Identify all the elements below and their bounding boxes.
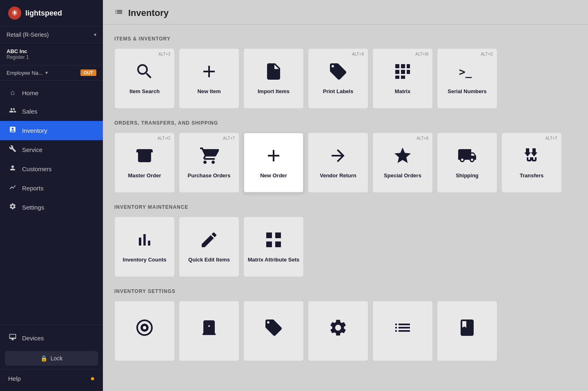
tile-item-search[interactable]: ALT+3 Item Search xyxy=(114,48,175,109)
sales-icon xyxy=(8,107,17,116)
lock-icon: 🔒 xyxy=(40,355,47,362)
svg-rect-8 xyxy=(401,76,405,79)
orders-transfers-grid: ALT+O Master Order ALT+7 Purchase Orders… xyxy=(114,132,577,193)
svg-rect-2 xyxy=(401,64,405,68)
tile-import-items[interactable]: Import Items xyxy=(243,48,304,109)
tile-matrix-attribute-sets[interactable]: Matrix Attribute Sets xyxy=(243,217,304,277)
svg-text:>_: >_ xyxy=(459,66,472,78)
tile-settings-target[interactable] xyxy=(114,301,175,361)
page-header: Inventory xyxy=(103,0,588,25)
orders-transfers-label: ORDERS, TRANSFERS, AND SHIPPING xyxy=(114,120,577,126)
svg-rect-6 xyxy=(407,70,410,74)
sidebar-item-service[interactable]: Service xyxy=(0,140,103,159)
tile-matrix[interactable]: ALT+M Matrix xyxy=(372,48,433,109)
svg-point-0 xyxy=(11,165,14,168)
tile-serial-numbers[interactable]: ALT+S >_ Serial Numbers xyxy=(437,48,497,109)
sidebar-item-home-label: Home xyxy=(22,89,38,96)
tile-import-items-label: Import Items xyxy=(254,88,293,95)
sidebar-item-sales-label: Sales xyxy=(22,108,38,115)
inventory-settings-grid xyxy=(114,301,577,361)
tile-purchase-orders-label: Purchase Orders xyxy=(185,172,234,179)
inventory-header-icon xyxy=(114,7,123,18)
tile-inventory-counts[interactable]: Inventory Counts xyxy=(114,217,175,277)
tile-serial-numbers-label: Serial Numbers xyxy=(444,88,490,95)
retail-selector[interactable]: Retail (R-Series) ▾ xyxy=(0,27,103,43)
tile-special-orders[interactable]: ALT+8 Special Orders xyxy=(372,132,433,193)
sidebar-logo: lightspeed xyxy=(0,0,103,27)
search-icon xyxy=(135,62,154,84)
service-icon xyxy=(8,145,17,154)
tile-shipping-label: Shipping xyxy=(452,172,482,179)
main-content: Inventory ITEMS & INVENTORY ALT+3 Item S… xyxy=(103,0,588,391)
tile-new-order-label: New Order xyxy=(257,172,290,179)
shortcut-transfers: ALT+T xyxy=(545,136,557,141)
settings-icon xyxy=(8,203,17,212)
tile-new-item[interactable]: New Item xyxy=(179,48,239,109)
sidebar-item-inventory-label: Inventory xyxy=(22,127,47,134)
serial-numbers-icon: >_ xyxy=(457,62,477,84)
tile-new-order[interactable]: New Order xyxy=(243,132,304,193)
tile-matrix-label: Matrix xyxy=(392,88,414,95)
transfers-icon xyxy=(522,146,541,168)
tile-print-labels-label: Print Labels xyxy=(320,88,356,95)
tile-vendor-return[interactable]: Vendor Return xyxy=(308,132,368,193)
shortcut-matrix: ALT+M xyxy=(415,52,428,56)
inventory-maintenance-label: INVENTORY MAINTENANCE xyxy=(114,204,577,210)
inventory-settings-label: INVENTORY SETTINGS xyxy=(114,288,577,294)
tile-quick-edit-items[interactable]: Quick Edit Items xyxy=(179,217,239,277)
tile-print-labels[interactable]: ALT+9 Print Labels xyxy=(308,48,368,109)
sidebar-item-help[interactable]: Help ● xyxy=(0,369,103,388)
target-icon xyxy=(135,318,154,340)
import-items-icon xyxy=(264,62,283,84)
tile-settings-gear[interactable] xyxy=(308,301,368,361)
print-labels-icon xyxy=(328,62,348,84)
sidebar-item-reports[interactable]: Reports xyxy=(0,179,103,198)
tile-new-item-label: New Item xyxy=(194,88,224,95)
tile-settings-door[interactable] xyxy=(179,301,239,361)
sidebar: lightspeed Retail (R-Series) ▾ ABC Inc R… xyxy=(0,0,103,391)
notification-icon: ● xyxy=(90,374,95,383)
lock-label: Lock xyxy=(51,355,63,362)
devices-icon xyxy=(8,333,17,343)
tile-transfers[interactable]: ALT+T Transfers xyxy=(501,132,562,193)
tile-settings-list[interactable] xyxy=(372,301,433,361)
account-register: Register 1 xyxy=(7,54,96,60)
logo-text: lightspeed xyxy=(25,9,62,18)
out-badge: OUT xyxy=(80,69,96,76)
matrix-icon xyxy=(393,62,412,84)
sidebar-item-sales[interactable]: Sales xyxy=(0,102,103,121)
inventory-icon xyxy=(8,126,17,135)
inventory-counts-icon xyxy=(135,230,154,252)
content-area: ITEMS & INVENTORY ALT+3 Item Search New … xyxy=(103,25,588,382)
shipping-icon xyxy=(457,146,477,168)
employee-name[interactable]: Employee Na... ▾ xyxy=(7,70,48,76)
tile-shipping[interactable]: Shipping xyxy=(437,132,497,193)
employee-row: Employee Na... ▾ OUT xyxy=(0,65,103,80)
new-item-icon xyxy=(199,62,219,84)
items-inventory-grid: ALT+3 Item Search New Item Import Items xyxy=(114,48,577,109)
help-label: Help xyxy=(8,375,21,382)
sidebar-item-home[interactable]: ⌂ Home xyxy=(0,84,103,102)
svg-rect-1 xyxy=(395,64,399,68)
tile-settings-tag[interactable] xyxy=(243,301,304,361)
book-icon xyxy=(457,318,477,340)
inventory-maintenance-grid: Inventory Counts Quick Edit Items Matrix… xyxy=(114,217,577,277)
tile-purchase-orders[interactable]: ALT+7 Purchase Orders xyxy=(179,132,239,193)
tile-master-order-label: Master Order xyxy=(125,172,165,179)
employee-chevron-icon: ▾ xyxy=(45,70,48,76)
page-title: Inventory xyxy=(128,8,169,18)
account-info: ABC Inc Register 1 xyxy=(0,43,103,65)
shortcut-print-labels: ALT+9 xyxy=(352,52,364,56)
tile-inventory-counts-label: Inventory Counts xyxy=(120,257,170,264)
sidebar-bottom: Devices 🔒 Lock Help ● xyxy=(0,325,103,391)
sidebar-item-inventory[interactable]: Inventory xyxy=(0,121,103,140)
sidebar-item-customers[interactable]: Customers xyxy=(0,159,103,179)
lock-button[interactable]: 🔒 Lock xyxy=(5,351,98,366)
sidebar-item-devices[interactable]: Devices xyxy=(0,328,103,348)
tile-settings-book[interactable] xyxy=(437,301,497,361)
tile-master-order[interactable]: ALT+O Master Order xyxy=(114,132,175,193)
door-icon xyxy=(199,318,219,340)
sidebar-item-settings[interactable]: Settings xyxy=(0,198,103,217)
reports-icon xyxy=(8,183,17,193)
sidebar-item-settings-label: Settings xyxy=(22,204,44,211)
